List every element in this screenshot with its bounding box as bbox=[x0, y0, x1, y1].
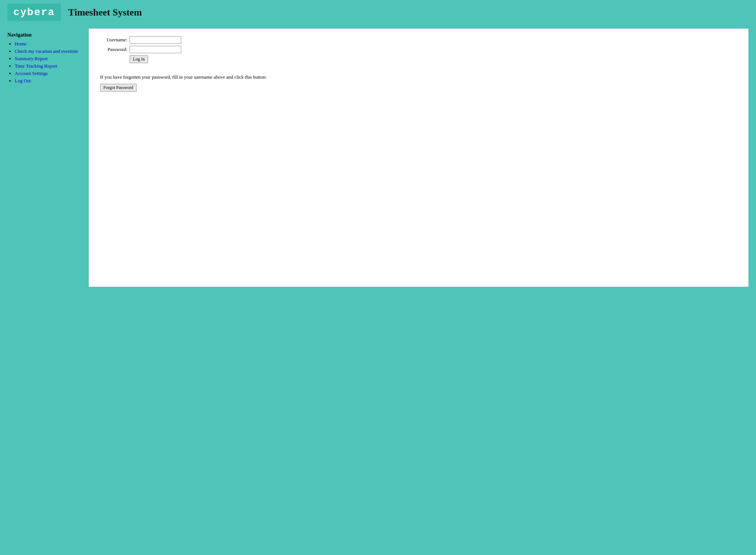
nav-heading: Navigation bbox=[7, 32, 89, 38]
list-item: Check my vacation and overtime bbox=[15, 48, 89, 54]
sidebar-nav-link[interactable]: Home bbox=[15, 41, 27, 47]
username-row: Username: bbox=[100, 36, 737, 44]
forgot-section: If you have forgotten your password, fil… bbox=[100, 74, 737, 92]
header: cybera Timesheet System bbox=[0, 0, 756, 25]
forgot-text: If you have forgotten your password, fil… bbox=[100, 74, 737, 80]
list-item: Time Tracking Report bbox=[15, 63, 89, 69]
forgot-password-button[interactable]: Forgot Password bbox=[100, 84, 137, 92]
sidebar-nav-link[interactable]: Account Settings bbox=[15, 71, 48, 76]
sidebar-nav-link[interactable]: Check my vacation and overtime bbox=[15, 48, 78, 54]
forgot-button-row: Forgot Password bbox=[100, 84, 737, 92]
username-input[interactable] bbox=[130, 36, 181, 44]
main-layout: Navigation HomeCheck my vacation and ove… bbox=[0, 25, 756, 294]
content-panel: Username: Password: Log In If you have f… bbox=[89, 28, 749, 287]
password-input[interactable] bbox=[130, 46, 181, 53]
list-item: Summary Report bbox=[15, 56, 89, 62]
login-button-row: Log In bbox=[130, 55, 737, 63]
nav-list: HomeCheck my vacation and overtimeSummar… bbox=[7, 41, 89, 84]
username-label: Username: bbox=[100, 37, 130, 43]
login-form-area: Username: Password: Log In bbox=[100, 36, 737, 63]
logo-box: cybera bbox=[7, 4, 61, 21]
list-item: Home bbox=[15, 41, 89, 47]
list-item: Account Settings bbox=[15, 71, 89, 76]
app-title: Timesheet System bbox=[68, 7, 142, 18]
logo-text: cybera bbox=[13, 7, 55, 18]
list-item: Log Out bbox=[15, 78, 89, 84]
sidebar-nav-link[interactable]: Log Out bbox=[15, 78, 31, 83]
password-label: Password: bbox=[100, 47, 130, 52]
sidebar-nav-link[interactable]: Time Tracking Report bbox=[15, 63, 57, 69]
sidebar: Navigation HomeCheck my vacation and ove… bbox=[7, 28, 89, 287]
sidebar-nav-link[interactable]: Summary Report bbox=[15, 56, 48, 61]
password-row: Password: bbox=[100, 46, 737, 53]
login-button[interactable]: Log In bbox=[130, 55, 148, 63]
